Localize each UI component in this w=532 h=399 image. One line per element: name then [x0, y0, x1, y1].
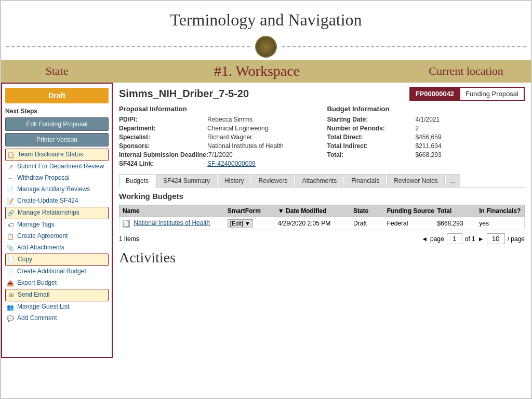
printer-version-button[interactable]: Printer Version [5, 133, 109, 147]
sidebar-nav-item[interactable]: 📄 Manage Ancillary Reviews [5, 184, 109, 195]
pagination-right: ◄ page of 1 ► / page [421, 233, 525, 244]
working-budgets-title: Working Budgets [119, 192, 525, 201]
tab-sf424-summary[interactable]: SF424 Summary [156, 174, 217, 187]
row-name: 📄 National Institutes of Health [123, 219, 228, 228]
workspace-label: #1. Workspace [113, 63, 401, 79]
row-total: $668,293 [437, 220, 480, 227]
info-section: Proposal Information PD/PI: Rebecca Simm… [119, 105, 525, 169]
sidebar-item-label: Manage Relationships [18, 209, 79, 217]
title-section: Terminology and Navigation [1, 1, 531, 34]
sidebar-item-label: Send Email [18, 291, 49, 299]
tab-history[interactable]: History [218, 174, 250, 187]
periods-value: 2 [416, 125, 419, 132]
tab-more[interactable]: ... [446, 174, 460, 187]
next-steps-label: Next Steps [5, 108, 109, 115]
tab-budgets[interactable]: Budgets [119, 174, 155, 188]
start-date-value: 4/1/2021 [416, 116, 440, 123]
fp-number: FP00000042 [410, 88, 459, 100]
send-email-icon: ✉ [7, 291, 15, 299]
sidebar-nav-item[interactable]: 👥 Manage Guest List [5, 301, 109, 313]
sidebar-item-label: Export Budget [17, 279, 57, 287]
sidebar-nav-item[interactable]: ✉ Send Email [5, 289, 109, 301]
specialist-label: Specialist: [119, 134, 207, 141]
start-date-label: Starting Date: [327, 116, 416, 123]
sidebar-nav-item[interactable]: 📤 Export Budget [5, 277, 109, 289]
table-row: 📄 National Institutes of Health [Edit] ▼… [119, 217, 525, 230]
manage-relationships-icon: 🔗 [7, 209, 15, 217]
info-row-sf424: SF424 Link: SF-42400000009 [119, 160, 317, 167]
doc-icon: 📄 [123, 220, 130, 228]
sidebar: Draft Next Steps Edit Funding Proposal P… [1, 83, 113, 358]
budget-info-title: Budget Information [327, 105, 525, 113]
sidebar-nav-item[interactable]: 📋 Create Agreement [5, 231, 109, 242]
label-row: State #1. Workspace Current location [1, 60, 531, 83]
sidebar-item-label: Create Agreement [17, 232, 68, 241]
col-header-date: ▼ Date Modified [278, 207, 353, 215]
sidebar-item-label: Team Disclosure Status [18, 151, 83, 159]
info-row-deadline: Internal Submission Deadline: 7/1/2020 [119, 151, 317, 158]
state-label: State [1, 64, 113, 78]
info-row-total: Total: $668,293 [327, 151, 525, 158]
sidebar-nav-item[interactable]: 🔗 Manage Relationships [5, 207, 109, 219]
page-input[interactable] [447, 233, 462, 244]
pdpi-label: PD/PI: [119, 116, 207, 123]
col-header-financials: In Financials? [479, 207, 521, 215]
divider-line-right [282, 46, 526, 47]
info-row-total-indirect: Total Indirect: $211,634 [327, 142, 525, 150]
draft-button[interactable]: Draft [5, 88, 109, 103]
pagination-next-icon[interactable]: ► [478, 235, 484, 243]
deadline-label: Internal Submission Deadline: [119, 151, 208, 158]
items-count: 1 items [119, 235, 139, 243]
pagination-prev-icon[interactable]: ◄ [421, 235, 428, 243]
row-date: 4/29/2020 2:05 PM [278, 220, 353, 227]
page-size-input[interactable] [487, 233, 505, 244]
edit-funding-proposal-button[interactable]: Edit Funding Proposal [5, 117, 109, 131]
working-budgets-section: Working Budgets Name SmartForm ▼ Date Mo… [119, 192, 525, 244]
sidebar-item-label: Submit For Department Review [17, 163, 104, 171]
tab-reviewer-notes[interactable]: Reviewer Notes [387, 174, 445, 187]
row-edit-button[interactable]: [Edit] ▼ [228, 219, 253, 228]
sidebar-nav-item[interactable]: 💬 Add Comment [5, 313, 109, 324]
col-header-total: Total [437, 207, 480, 215]
proposal-title: Simms_NIH_Driber_7-5-20 [119, 88, 249, 100]
activities-label: Activities [119, 249, 525, 266]
fp-badge: FP00000042 Funding Proposal [409, 87, 525, 101]
tab-attachments[interactable]: Attachments [295, 174, 343, 187]
sidebar-item-label: Manage Guest List [17, 303, 70, 311]
add-attachments-icon: 📎 [6, 244, 15, 252]
info-row-sponsors: Sponsors: National Institutes of Health [119, 142, 317, 150]
tabs-row: Budgets SF424 Summary History Reviewers … [119, 174, 525, 188]
sidebar-item-label: Add Comment [17, 314, 57, 323]
page-of: of 1 [465, 235, 475, 243]
sidebar-item-label: Manage Tags [17, 221, 55, 229]
col-header-name: Name [123, 207, 228, 215]
sidebar-item-label: Create Additional Budget [17, 268, 86, 276]
row-smartform: [Edit] ▼ [228, 219, 278, 228]
sidebar-nav-item[interactable]: 🏷 Manage Tags [5, 219, 109, 231]
sidebar-nav-item[interactable]: 📎 Add Attachments [5, 242, 109, 254]
content-header: Simms_NIH_Driber_7-5-20 FP00000042 Fundi… [119, 87, 525, 101]
sidebar-nav-item[interactable]: 📝 Create-Update SF424 [5, 195, 109, 207]
sidebar-item-label: Manage Ancillary Reviews [17, 185, 90, 194]
create-agreement-icon: 📋 [6, 232, 15, 241]
pagination: 1 items ◄ page of 1 ► / page [119, 233, 525, 244]
sf424-link[interactable]: SF-42400000009 [207, 160, 256, 167]
tab-reviewers[interactable]: Reviewers [251, 174, 294, 187]
info-row-total-direct: Total Direct: $456,659 [327, 134, 525, 141]
total-direct-label: Total Direct: [327, 134, 416, 141]
row-name-link[interactable]: National Institutes of Health [134, 219, 210, 227]
sidebar-item-label: Create-Update SF424 [17, 197, 78, 205]
sponsors-value: National Institutes of Health [207, 142, 284, 150]
sidebar-nav-item[interactable]: 📋 Team Disclosure Status [5, 149, 109, 161]
tab-financials[interactable]: Financials [344, 174, 386, 187]
total-direct-value: $456,659 [416, 134, 442, 141]
pdpi-value: Rebecca Simms [207, 116, 252, 123]
sidebar-nav-item[interactable]: 📄 Copy [5, 254, 109, 266]
divider-line-left [6, 46, 250, 47]
deadline-value: 7/1/2020 [208, 151, 233, 158]
sidebar-nav-item[interactable]: 📄 Create Additional Budget [5, 266, 109, 277]
sidebar-nav-item[interactable]: ↗ Submit For Department Review [5, 161, 109, 172]
sidebar-nav-item[interactable]: ← Withdraw Proposal [5, 172, 109, 184]
export-budget-icon: 📤 [6, 279, 15, 287]
info-row-start-date: Starting Date: 4/1/2021 [327, 116, 525, 123]
